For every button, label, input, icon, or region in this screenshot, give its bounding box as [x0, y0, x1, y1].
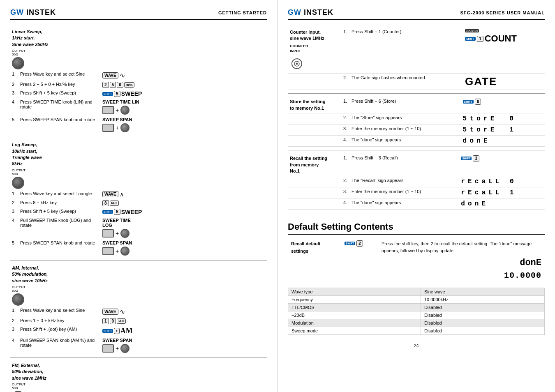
am-header: AM, Internal,50% modulation,sine wave 10… — [10, 264, 267, 307]
am-knob — [12, 293, 24, 306]
recall-display-1: r E c a L L 0 — [461, 178, 514, 185]
sweep-span-knob-1 — [120, 123, 130, 132]
svg-point-5 — [296, 62, 298, 65]
am-internal-section: AM, Internal,50% modulation,sine wave 10… — [10, 264, 267, 354]
count-display: COUNT — [485, 33, 517, 44]
default-setting-row: ModulationDisabled — [288, 319, 545, 327]
setting-param: Wave type — [288, 288, 421, 296]
key-2: 2 — [102, 82, 109, 88]
shift-key-default: SHIFT — [345, 242, 355, 245]
linear-knob — [12, 57, 24, 69]
sweep-time-knob — [120, 106, 130, 115]
left-header-title: GETTING STARTED — [218, 10, 267, 15]
sep-r3 — [288, 213, 545, 213]
key-hz: Hz% — [124, 82, 134, 88]
fm-external-section: FM, External,50% deviation,sine wave 1MH… — [10, 361, 267, 392]
done-display-recall: d o n E — [461, 200, 486, 208]
linear-output-label: OUTPUT50Ω — [12, 49, 265, 56]
gate-display: GATE — [465, 75, 497, 88]
left-page: GW INSTEK GETTING STARTED Linear Sweep,1… — [0, 0, 278, 392]
counter-knob-icon — [290, 55, 304, 70]
default-setting-title: Default Setting Contents — [288, 221, 545, 235]
right-header-title: SFG-2000 Series User Manual — [460, 10, 545, 15]
key-8: 8 — [102, 200, 109, 206]
setting-param: Modulation — [288, 319, 421, 327]
key-dot: • — [114, 328, 120, 334]
sep-r1 — [288, 93, 545, 94]
recall-step-3: 3. Enter the memory number (1 ~ 10) r E … — [288, 187, 545, 198]
linear-step-5: 5. Press SWEEP SPAN knob and rotate SWEE… — [10, 116, 267, 134]
sweep-span-knob-2 — [120, 247, 130, 256]
default-done-display: donE — [382, 256, 541, 270]
sine-wave-icon: ∿ — [120, 72, 125, 79]
wave-key: WAVE — [102, 72, 118, 78]
right-page: GW INSTEK SFG-2000 Series User Manual Co… — [278, 0, 555, 392]
linear-sweep-label: Linear Sweep,1kHz start,Sine wave 250Hz — [12, 29, 265, 48]
sweep-span-label-2: SWEEP SPAN — [102, 240, 265, 245]
sep-2 — [10, 260, 267, 261]
am-label-display: AM — [120, 327, 133, 335]
default-setting-row: Frequency10.0000kHz — [288, 296, 545, 304]
setting-value: Disabled — [421, 319, 544, 327]
key-1-counter: 1 — [477, 36, 483, 42]
key-0: 0 — [117, 82, 123, 88]
sweep-span-console-am — [102, 344, 114, 353]
key-5-log: 5 — [114, 209, 120, 215]
shift-key-store: SHIFT — [463, 100, 474, 104]
setting-value: Sine wave — [421, 288, 544, 296]
linear-sweep-section: Linear Sweep,1kHz start,Sine wave 250Hz … — [10, 28, 267, 134]
recall-section-header: Recall the settingfrom memoryNo.1 1. Pre… — [288, 154, 545, 176]
default-setting-row: −20dBDisabled — [288, 311, 545, 319]
wave-key-am: WAVE — [102, 309, 118, 315]
sweep-span-console-2 — [102, 247, 114, 255]
default-recall-table: Recall defaultsettings SHIFT 2 Press the… — [288, 239, 545, 284]
sweep-time-log-knob — [120, 229, 130, 238]
log-sweep-header: Log Sweep,10kHz start,Triangle wave8kHz … — [10, 141, 267, 190]
triangle-wave-icon: ∧ — [120, 191, 124, 198]
store-step-3: 3. Enter the memory number (1 ~ 10) 5 t … — [288, 125, 545, 136]
fm-label: FM, External,50% deviation,sine wave 1MH… — [12, 362, 265, 381]
left-header: GW INSTEK GETTING STARTED — [10, 8, 267, 20]
setting-param: TTL/CMOS — [288, 304, 421, 311]
wave-key-log: WAVE — [102, 191, 118, 197]
sep-3 — [10, 357, 267, 358]
default-setting-row: Wave typeSine wave — [288, 288, 545, 296]
counter-step-2: 2. The Gate sign flashes when counted GA… — [288, 74, 545, 90]
counter-input-section: Counter input,sine wave 1MHz COUNTERINPU… — [288, 28, 545, 90]
sweep-span-label-1: SWEEP SPAN — [102, 117, 265, 122]
setting-value: 10.0000kHz — [421, 296, 544, 304]
default-freq-display: 10.0000 — [382, 270, 541, 282]
key-5: 5 — [110, 82, 116, 88]
log-step-2: 2. Press 8 + kHz key 8 kHz — [10, 199, 267, 208]
sweep-time-log-label: SWEEP TIMELOG — [102, 218, 265, 228]
plus-icon-4: + — [116, 248, 119, 254]
recall-display-2: r E c a L L 1 — [461, 189, 514, 196]
am-step-3: 3. Press Shift + .(dot) key (AM) SHIFT •… — [10, 325, 267, 337]
plus-icon: + — [116, 107, 119, 113]
sweep-span-label-am: SWEEP SPAN — [102, 338, 265, 343]
recall-setting-section: Recall the settingfrom memoryNo.1 1. Pre… — [288, 154, 545, 210]
sweep-label: SWEEP — [121, 90, 142, 97]
log-step-3: 3. Press Shift + 5 key (Sweep) SHIFT 5 S… — [10, 208, 267, 217]
store-step-4: 4. The "done" sign appears d o n E — [288, 136, 545, 147]
fm-output-label: OUTPUT50Ω — [12, 383, 265, 390]
sweep-span-console-1 — [102, 124, 114, 132]
left-logo: GW INSTEK — [10, 8, 56, 17]
setting-value: Disabled — [421, 304, 544, 311]
sweep-span-knob-am — [120, 344, 130, 353]
default-recall-row: Recall defaultsettings SHIFT 2 Press the… — [288, 239, 545, 284]
linear-step-3: 3. Press Shift + 5 key (Sweep) SHIFT 5 S… — [10, 89, 267, 98]
shift-key-log: SHIFT — [102, 210, 113, 214]
key-6-store: 6 — [475, 99, 481, 105]
recall-step-4: 4. The "done" sign appears d o n E — [288, 198, 545, 210]
right-header: GW INSTEK SFG-2000 Series User Manual — [288, 8, 545, 20]
recall-step-2: 2. The "Recall" sign appears r E c a L L… — [288, 176, 545, 187]
log-knob — [12, 177, 24, 189]
store-step-2: 2. The "Store" sign appears 5 t o r E 0 — [288, 113, 545, 125]
store-display-1: 5 t o r E 0 — [463, 115, 514, 122]
right-logo: GW INSTEK — [288, 8, 333, 17]
fm-header: FM, External,50% deviation,sine wave 1MH… — [10, 361, 267, 392]
default-setting-section: Default Setting Contents Recall defaults… — [288, 221, 545, 335]
plus-icon-am: + — [116, 345, 119, 352]
linear-step-2: 2. Press 2 + 5 + 0 + Hz/% key 2 5 0 Hz% — [10, 81, 267, 89]
